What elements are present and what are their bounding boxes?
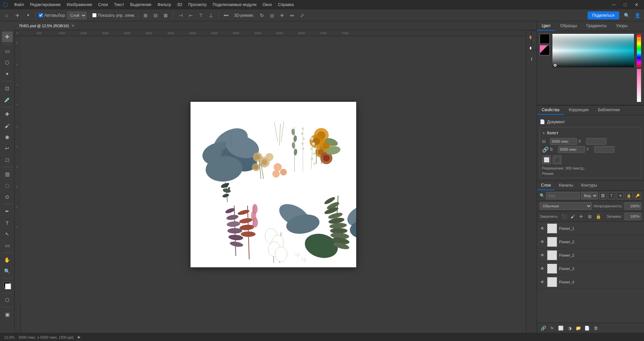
lock-pixels-btn[interactable]: 🖌 <box>570 213 576 220</box>
height-input[interactable] <box>558 146 585 153</box>
minimize-button[interactable]: ─ <box>609 0 619 9</box>
menu-window[interactable]: Окно <box>260 1 275 8</box>
opacity-input[interactable] <box>625 202 641 210</box>
pen-tool[interactable]: ✒ <box>2 206 13 217</box>
hand-tool[interactable]: ✋ <box>2 255 13 265</box>
fx-btn[interactable]: fx <box>548 324 556 332</box>
lock-position-btn[interactable]: ✛ <box>578 213 584 220</box>
foreground-swatch[interactable] <box>540 34 550 44</box>
layer-item[interactable]: 👁 Flower_3 <box>537 262 644 275</box>
lock-all-btn[interactable]: 🔒 <box>595 213 601 220</box>
patterns-tab[interactable]: Узоры <box>611 21 632 31</box>
layers-filter-btn-4[interactable]: 🔒 <box>625 192 633 199</box>
hue-bar[interactable] <box>637 34 641 67</box>
dist-vert-btn[interactable]: ⊥ <box>206 11 216 20</box>
color-swatch[interactable] <box>2 280 13 291</box>
shape-tool[interactable]: ▭ <box>2 240 13 251</box>
layers-filter-btn-1[interactable]: 🖼 <box>599 192 606 199</box>
layers-filter-btn-2[interactable]: T <box>608 192 615 199</box>
menu-3d[interactable]: 3D <box>174 1 185 8</box>
document-tab[interactable]: 76401.psd @ 12,5% (RGB/16) ✕ <box>15 21 78 30</box>
menu-text[interactable]: Текст <box>111 1 127 8</box>
fg-bg-swatch[interactable] <box>540 45 550 55</box>
move-tool-arrow[interactable]: ▼ <box>23 11 33 20</box>
color-spectrum-wrapper[interactable] <box>552 34 634 67</box>
properties-tab[interactable]: Свойства <box>537 106 564 115</box>
menu-select[interactable]: Выделение <box>127 1 154 8</box>
color-picker-cursor[interactable] <box>554 64 556 67</box>
lock-transparent-btn[interactable]: ⬛ <box>561 213 567 220</box>
gradients-tab[interactable]: Градиенты <box>582 21 611 31</box>
blur-tool[interactable]: ◌ <box>2 180 13 191</box>
gradient-tool[interactable]: ▥ <box>2 169 13 180</box>
align-right-btn[interactable]: ⊠ <box>161 11 170 20</box>
lock-artboard-btn[interactable]: ⊞ <box>587 213 593 220</box>
menu-filter[interactable]: Фильтр <box>155 1 174 8</box>
quick-mask-tool[interactable]: ⬡ <box>2 295 13 305</box>
more-options-btn[interactable]: ••• <box>221 11 231 20</box>
dist-center-btn[interactable]: ⊢ <box>186 11 196 20</box>
background-color[interactable] <box>5 283 11 289</box>
menu-image[interactable]: Изображение <box>64 1 95 8</box>
paths-tab[interactable]: Контуры <box>577 181 601 190</box>
layer-item[interactable]: 👁 Flower_4 <box>537 275 644 289</box>
landscape-btn[interactable]: ⬛ <box>553 155 561 164</box>
crop-tool[interactable]: ⊡ <box>2 83 13 94</box>
move-tool-options[interactable]: ✛ <box>13 11 22 20</box>
3d-slide-btn[interactable]: ⇔ <box>287 11 297 20</box>
3d-rotate-btn[interactable]: ↻ <box>257 11 267 20</box>
stamp-tool[interactable]: ◉ <box>2 132 13 142</box>
share-button[interactable]: Поделиться <box>588 11 619 19</box>
swatches-tab[interactable]: Образцы <box>555 21 582 31</box>
dodge-tool[interactable]: ⊙ <box>2 192 13 202</box>
show-transform-checkbox[interactable] <box>92 13 97 17</box>
app-icon[interactable]: ⬡ <box>3 1 8 8</box>
path-select-tool[interactable]: ↖ <box>2 229 13 240</box>
dist-right-btn[interactable]: ⊤ <box>196 11 206 20</box>
layer-item[interactable]: 👁 Flower_2 <box>537 249 644 262</box>
menu-edit[interactable]: Редактирование <box>28 1 63 8</box>
history-brush-tool[interactable]: ↩ <box>2 143 13 154</box>
libraries-tab[interactable]: Библиотеки <box>593 106 625 115</box>
zoom-tool[interactable]: 🔍 <box>2 266 13 277</box>
color-tab[interactable]: Цвет <box>537 21 555 31</box>
brush-tool[interactable]: 🖌 <box>2 120 13 131</box>
link-dimensions-btn[interactable]: 🔗 <box>542 146 549 153</box>
canvas-area[interactable] <box>21 36 526 333</box>
layers-filter-select[interactable]: Вид <box>581 192 598 199</box>
auto-select-checkbox[interactable] <box>39 13 43 17</box>
saturation-bar[interactable] <box>637 69 641 102</box>
add-mask-btn[interactable]: ⬜ <box>557 324 565 332</box>
layers-filter-btn-3[interactable]: ✛ <box>616 192 624 199</box>
canvas-header[interactable]: ▼ Холст <box>542 129 639 137</box>
layers-search-input[interactable] <box>548 194 575 198</box>
3d-pan-btn[interactable]: ✛ <box>277 11 287 20</box>
panel-collapse-button[interactable]: ‹ <box>531 30 537 50</box>
layer-item[interactable]: 👁 Flower_1 <box>537 222 644 235</box>
y-input[interactable] <box>594 146 614 153</box>
menu-plugins[interactable]: Подключаемые модули <box>210 1 259 8</box>
fill-input[interactable] <box>625 213 641 220</box>
menu-view[interactable]: Просмотр <box>185 1 209 8</box>
tab-close-btn[interactable]: ✕ <box>71 24 74 27</box>
layer-visibility-1[interactable]: 👁 <box>540 226 545 231</box>
delete-layer-btn[interactable]: 🗑 <box>592 324 599 332</box>
x-input[interactable] <box>586 138 606 145</box>
lasso-tool[interactable]: ⬡ <box>2 57 13 68</box>
adjustment-btn[interactable]: ◑ <box>566 324 573 332</box>
menu-help[interactable]: Справка <box>275 1 297 8</box>
layer-visibility-4[interactable]: 👁 <box>540 266 545 271</box>
menu-layers[interactable]: Слои <box>96 1 111 8</box>
side-info-btn[interactable]: ℹ <box>527 54 536 64</box>
align-left-btn[interactable]: ⊞ <box>141 11 150 20</box>
home-button[interactable]: ⌂ <box>2 11 11 20</box>
magic-wand-tool[interactable]: ✦ <box>2 69 13 79</box>
screen-mode-tool[interactable]: ▣ <box>2 309 13 320</box>
3d-orbit-btn[interactable]: ◎ <box>267 11 277 20</box>
layer-select[interactable]: Слой <box>67 12 87 19</box>
layer-visibility-5[interactable]: 👁 <box>540 279 545 285</box>
rect-select-tool[interactable]: ▭ <box>2 46 13 57</box>
healing-tool[interactable]: ✚ <box>2 109 13 120</box>
search-button[interactable]: 🔍 <box>622 11 631 20</box>
type-tool[interactable]: T <box>2 217 13 228</box>
